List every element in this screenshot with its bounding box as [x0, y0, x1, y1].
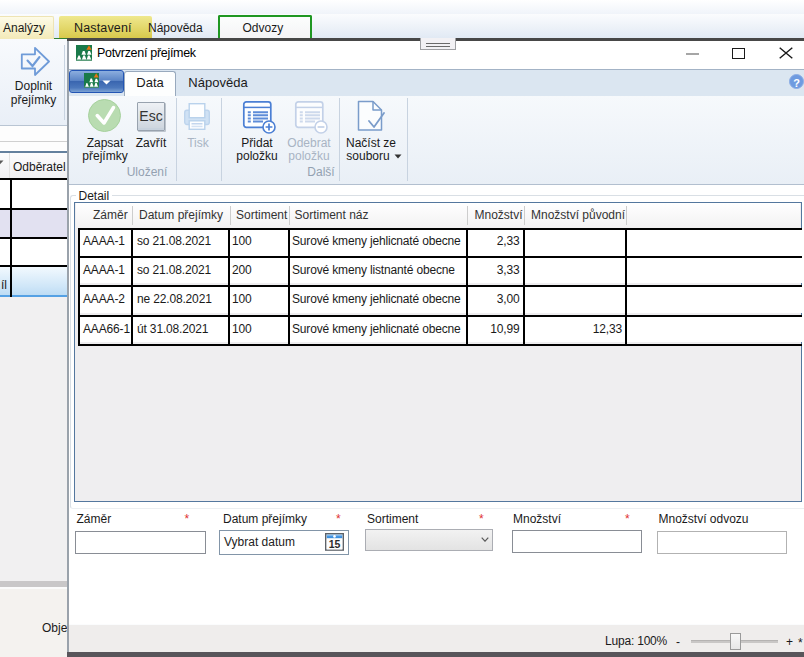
- svg-text:15: 15: [328, 538, 340, 550]
